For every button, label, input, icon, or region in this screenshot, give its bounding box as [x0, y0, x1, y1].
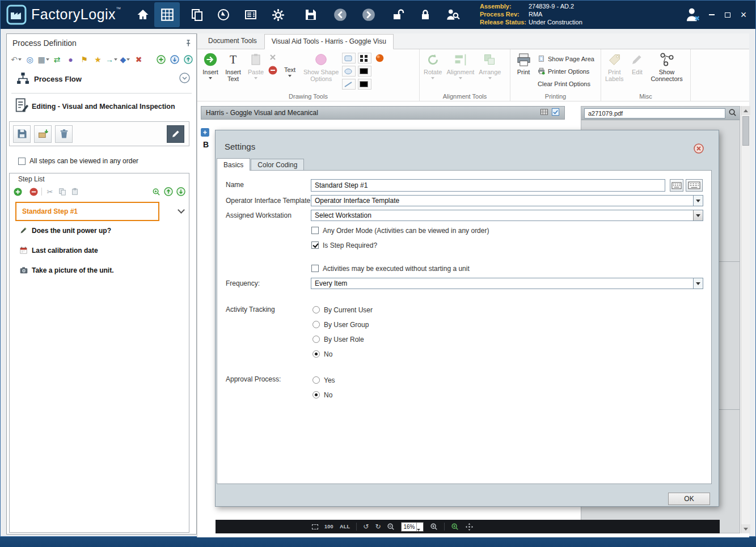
export-icon[interactable]: →: [107, 55, 116, 65]
border-style-button[interactable]: [358, 53, 371, 63]
approval-yes-radio[interactable]: [312, 376, 320, 384]
clear-print-options-button[interactable]: Clear Print Options: [535, 78, 597, 89]
save-process-button[interactable]: [13, 125, 31, 143]
step-item[interactable]: Take a picture of the unit.: [19, 265, 113, 275]
scrollbar-thumb[interactable]: [742, 116, 749, 146]
select-area-icon[interactable]: [312, 524, 318, 529]
delete-shape-icon[interactable]: [268, 53, 277, 63]
arrange-button[interactable]: Arrange: [476, 50, 503, 92]
show-page-area-button[interactable]: Show Page Area: [535, 53, 597, 64]
pin-icon[interactable]: [184, 39, 192, 48]
upload-circle-icon[interactable]: [183, 55, 193, 65]
compass-icon[interactable]: [216, 7, 231, 22]
add-step-button[interactable]: [13, 187, 22, 196]
vertical-scrollbar[interactable]: [741, 106, 750, 533]
zoom-all-button[interactable]: ALL: [340, 524, 350, 529]
any-order-checkbox-label[interactable]: All steps can be viewed in any order: [29, 157, 138, 165]
zoom-in-icon[interactable]: [430, 523, 438, 531]
tab-visual-aid-tools[interactable]: Visual Aid Tools - Harris - Goggle Visu: [264, 34, 394, 49]
remove-circle-icon[interactable]: [268, 66, 277, 77]
cut-icon[interactable]: ✂: [45, 187, 54, 196]
pdf-zoom-icon[interactable]: [728, 108, 737, 118]
print-labels-button[interactable]: Print Labels: [603, 50, 626, 92]
by-user-role-label[interactable]: By User Role: [324, 336, 364, 344]
user-search-icon[interactable]: [445, 7, 460, 22]
gear-icon[interactable]: [271, 7, 285, 22]
any-order-mode-label[interactable]: Any Order Mode (Activities can be viewed…: [323, 227, 489, 235]
maximize-button[interactable]: [720, 1, 736, 29]
rotate-left-icon[interactable]: ↺: [363, 523, 369, 531]
text-button[interactable]: Text: [278, 50, 301, 92]
assigned-workstation-select[interactable]: Select Workstation: [311, 210, 703, 221]
sphere-color-button[interactable]: [374, 53, 387, 63]
add-circle-icon[interactable]: [156, 55, 166, 65]
line-color-button[interactable]: [358, 66, 371, 77]
user-logout-icon[interactable]: [684, 6, 701, 23]
alignment-button[interactable]: Alignment: [444, 50, 476, 92]
is-step-required-label[interactable]: Is Step Required?: [323, 241, 377, 249]
delete-process-button[interactable]: [55, 125, 73, 143]
by-current-user-radio[interactable]: [312, 306, 320, 313]
scroll-down-button[interactable]: [741, 524, 750, 533]
doc-grid-icon[interactable]: [540, 108, 548, 118]
users-icon[interactable]: ●: [66, 55, 75, 65]
dialog-close-button[interactable]: [694, 143, 704, 154]
rectangle-shape-button[interactable]: [342, 53, 356, 63]
move-step-up-button[interactable]: [164, 187, 173, 196]
step-item-selected[interactable]: Standard Step #1: [15, 202, 159, 221]
cancel-icon[interactable]: ✖: [134, 55, 143, 65]
close-button[interactable]: ×: [736, 1, 751, 29]
approval-no-label[interactable]: No: [324, 391, 332, 399]
dropdown-arrow-icon[interactable]: [693, 210, 703, 221]
name-input[interactable]: Standard Step #1: [311, 179, 665, 192]
by-user-group-radio[interactable]: [312, 321, 320, 328]
back-icon[interactable]: [333, 7, 348, 22]
input-panel-button[interactable]: [686, 179, 703, 192]
bold-label[interactable]: B: [203, 140, 209, 149]
info-icon[interactable]: [200, 128, 210, 139]
zoom-step-button[interactable]: [151, 187, 161, 196]
zoom-out-icon[interactable]: [387, 523, 395, 531]
step-item[interactable]: Last calibration date: [19, 245, 98, 255]
by-user-group-label[interactable]: By User Group: [324, 321, 369, 329]
insert-text-button[interactable]: T Insert Text: [222, 50, 244, 92]
approval-yes-label[interactable]: Yes: [324, 376, 335, 384]
forward-icon[interactable]: [361, 7, 376, 22]
dropdown-arrow-icon[interactable]: [693, 278, 703, 289]
keyboard-button[interactable]: [670, 179, 683, 192]
process-editor-icon[interactable]: [154, 2, 180, 27]
minimize-button[interactable]: [704, 1, 720, 29]
flag-icon[interactable]: ⚑: [79, 55, 89, 65]
line-shape-button[interactable]: [342, 79, 356, 90]
move-step-down-button[interactable]: [176, 187, 185, 196]
user-star-icon[interactable]: ★: [93, 55, 103, 65]
ellipse-shape-button[interactable]: [342, 66, 356, 77]
printer-options-button[interactable]: Printer Options: [535, 66, 597, 77]
pan-icon[interactable]: [465, 523, 474, 531]
insert-button[interactable]: Insert: [199, 50, 222, 92]
is-step-required-checkbox[interactable]: [311, 241, 319, 249]
step-item[interactable]: Does the unit power up?: [19, 226, 111, 235]
print-button[interactable]: Print: [512, 50, 535, 92]
package-icon[interactable]: ◆: [120, 55, 130, 65]
show-shape-options-button[interactable]: Show Shape Options: [301, 50, 341, 92]
edit-button[interactable]: Edit: [626, 50, 648, 92]
lock-icon[interactable]: [418, 7, 433, 22]
frequency-select[interactable]: Every Item: [311, 278, 703, 289]
zoom-level-spinner[interactable]: 16%: [401, 522, 424, 532]
tab-color-coding[interactable]: Color Coding: [251, 159, 304, 171]
ok-button[interactable]: OK: [668, 493, 710, 505]
rotate-right-icon[interactable]: ↻: [375, 523, 381, 531]
documents-icon[interactable]: [190, 7, 205, 22]
activities-without-unit-label[interactable]: Activities may be executed without start…: [323, 265, 470, 273]
zoom-selection-icon[interactable]: [451, 523, 459, 531]
save-icon[interactable]: [303, 7, 318, 22]
zoom-100-button[interactable]: 100: [324, 524, 333, 529]
process-flow-label[interactable]: Process Flow: [34, 75, 82, 83]
scroll-up-button[interactable]: [741, 106, 750, 115]
undo-icon[interactable]: ↶: [11, 55, 21, 65]
any-order-mode-checkbox[interactable]: [311, 227, 319, 234]
doc-verify-icon[interactable]: [551, 108, 560, 118]
edit-mode-toggle-button[interactable]: [167, 125, 184, 143]
news-icon[interactable]: [243, 7, 258, 22]
